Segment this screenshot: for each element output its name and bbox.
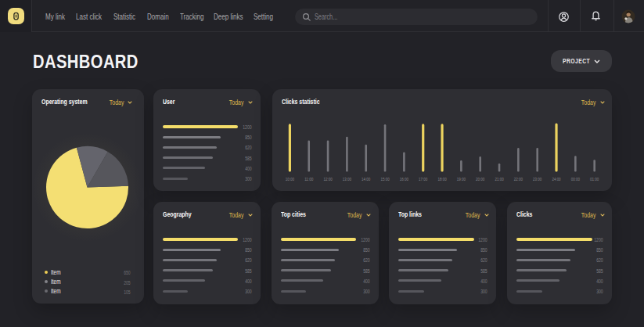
- svg-text:23:00: 23:00: [533, 177, 542, 181]
- svg-text:20:00: 20:00: [476, 177, 485, 181]
- svg-text:17:00: 17:00: [419, 177, 428, 181]
- svg-text:22:00: 22:00: [514, 177, 523, 181]
- svg-text:19:00: 19:00: [457, 177, 466, 181]
- svg-text:11:00: 11:00: [304, 177, 314, 181]
- svg-text:15:00: 15:00: [380, 177, 390, 181]
- svg-text:10:00: 10:00: [286, 177, 295, 181]
- svg-text:13:00: 13:00: [343, 177, 352, 181]
- svg-text:12:00: 12:00: [323, 177, 333, 181]
- svg-text:00:00: 00:00: [571, 177, 581, 181]
- svg-text:18:00: 18:00: [437, 177, 447, 181]
- svg-text:14:00: 14:00: [362, 177, 371, 181]
- svg-text:16:00: 16:00: [400, 177, 409, 181]
- svg-text:24:00: 24:00: [552, 177, 561, 181]
- svg-text:21:00: 21:00: [495, 177, 504, 181]
- svg-text:01:00: 01:00: [590, 177, 599, 181]
